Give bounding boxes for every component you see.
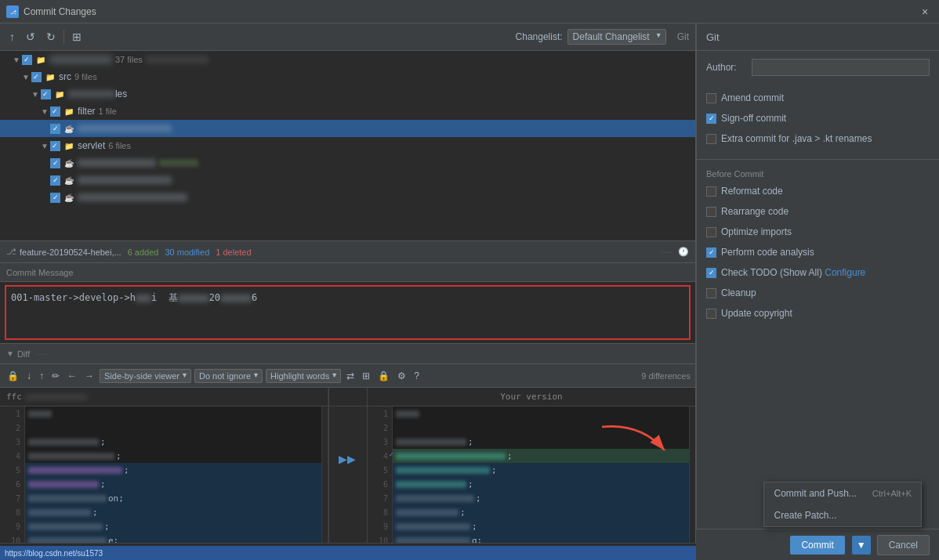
commit-msg-title: Commit Message [6,268,74,277]
code-line-1 [25,406,321,421]
diff-header: ▼ Diff ···· [0,344,695,364]
tree-label-blurred [78,125,172,132]
author-field: Author: [706,57,930,78]
file-checkbox[interactable]: ✓ [50,107,60,117]
author-input[interactable] [752,59,930,76]
navigate-back-btn[interactable]: ↑ [6,29,18,45]
file-checkbox[interactable]: ✓ [50,193,60,203]
create-patch-item[interactable]: Create Patch... [764,504,921,526]
diff-gear-btn[interactable]: ⚙ [395,369,408,383]
changelist-dropdown[interactable]: Default Changelist ▼ [567,29,666,45]
file-checkbox[interactable]: ✓ [41,89,51,99]
tree-item-sub1[interactable]: ▼ ✓ 📁 les [0,85,695,103]
viewer-dropdown[interactable]: Side-by-side viewer ▼ [100,369,191,383]
tree-label-blurred [78,193,187,201]
left-code-area: ; ; ; [25,406,321,560]
commit-message-area[interactable]: 001-master->develop->hi 基206 [5,285,691,340]
refresh-btn[interactable]: ↻ [43,29,59,45]
diff-collapse-arrow[interactable]: ▼ [6,349,14,358]
java-file-icon: ☕ [63,175,74,186]
signoff-commit-item[interactable]: ✓ Sign-off commit [706,109,930,128]
tree-item-java-2[interactable]: ✓ ☕ [0,172,695,189]
highlight-label: Highlight words [270,371,329,381]
git-author-section: Author: [697,51,939,87]
diff-toolbar: 🔒 ↓ ↑ ✏ ← → Side-by-side viewer ▼ Do not… [0,364,695,388]
dropdown-arrow: ▼ [331,371,338,379]
analysis-checkbox[interactable]: ✓ [706,247,716,258]
tree-item-java-3[interactable]: ✓ ☕ [0,189,695,206]
dropdown-arrow: ▼ [252,371,259,379]
code-line-6: ; [25,477,321,491]
diff-lock2-btn[interactable]: 🔒 [375,369,392,383]
diff-arrow-4[interactable]: ▶▶ [339,452,356,466]
cleanup-item[interactable]: Cleanup [706,284,930,302]
file-checkbox[interactable]: ✓ [50,175,60,186]
divider-1 [697,159,939,160]
diff-down-btn[interactable]: ↓ [24,369,34,383]
main-toolbar: ↑ ↺ ↻ ⊞ Changelist: Default Changelist ▼… [0,23,695,51]
file-checkbox[interactable]: ✓ [50,124,60,134]
diff-edit-btn[interactable]: ✏ [49,369,62,383]
cleanup-checkbox[interactable] [706,288,716,298]
file-checkbox[interactable]: ✓ [22,55,32,65]
clock-icon: 🕐 [678,247,689,257]
commit-dropdown-button[interactable]: ▼ [852,536,871,555]
update-copyright-item[interactable]: Update copyright [706,304,930,323]
diff-up-btn[interactable]: ↑ [37,369,46,383]
tree-item-src[interactable]: ▼ ✓ 📁 src 9 files [0,68,695,85]
diff-view: ffc 1 2 3 4 5 6 7 8 9 10 [0,388,695,560]
expand-arrow: ▼ [22,73,30,81]
signoff-commit-checkbox[interactable]: ✓ [706,114,716,124]
diff-prev-btn[interactable]: ← [65,369,79,383]
extra-commit-label: Extra commit for .java > .kt renames [721,133,872,144]
todo-checkbox[interactable]: ✓ [706,268,716,278]
code-analysis-item[interactable]: ✓ Perform code analysis [706,243,930,262]
undo-btn[interactable]: ↺ [23,29,38,45]
tree-item-servlet[interactable]: ▼ ✓ 📁 servlet 6 files [0,137,695,154]
reformat-code-item[interactable]: Reformat code [706,182,930,201]
tree-count: 6 files [108,141,131,150]
reformat-label: Reformat code [721,186,783,197]
group-btn[interactable]: ⊞ [69,29,85,45]
rearrange-checkbox[interactable] [706,207,716,217]
highlight-dropdown[interactable]: Highlight words ▼ [266,369,341,383]
diff-help-btn[interactable]: ? [411,369,422,383]
expand-arrow: ▼ [41,107,49,116]
file-checkbox[interactable]: ✓ [50,141,60,151]
diff-sync-btn[interactable]: ⇄ [344,369,357,383]
left-scrollbar[interactable] [321,406,328,560]
commit-button[interactable]: Commit [790,536,844,555]
file-checkbox[interactable]: ✓ [50,158,60,168]
diff-title: Diff [17,349,30,359]
ignore-dropdown[interactable]: Do not ignore ▼ [194,369,263,383]
reformat-checkbox[interactable] [706,186,716,197]
folder-icon: 📁 [63,106,74,117]
check-todo-item[interactable]: ✓ Check TODO (Show All) Configure [706,263,930,282]
extra-commit-item[interactable]: Extra commit for .java > .kt renames [706,129,930,148]
tree-item-op[interactable]: ▼ ✓ 📁 37 files [0,51,695,68]
commit-message-section: Commit Message 001-master->develop->hi 基… [0,262,695,343]
status-bar: ⎇ feature-20190524-hebei,... 6 added 30 … [0,240,695,262]
right-scrollbar[interactable] [689,406,695,560]
optimize-checkbox[interactable] [706,227,716,237]
tree-item-java-filter[interactable]: ✓ ☕ [0,120,695,137]
tree-item-java-1[interactable]: ✓ ☕ [0,154,695,172]
amend-commit-item[interactable]: Amend commit [706,89,930,107]
amend-commit-checkbox[interactable] [706,93,716,103]
diff-next-btn[interactable]: → [82,369,96,383]
cancel-button[interactable]: Cancel [877,535,930,555]
tree-label-suffix: les [115,89,127,99]
optimize-imports-item[interactable]: Optimize imports [706,222,930,241]
diff-cols-btn[interactable]: ⊞ [360,369,372,383]
commit-and-push-item[interactable]: Commit and Push... Ctrl+Alt+K [764,482,921,504]
rearrange-code-item[interactable]: Rearrange code [706,202,930,221]
folder-icon: 📁 [63,140,74,151]
diff-lock-btn[interactable]: 🔒 [5,369,21,383]
copyright-checkbox[interactable] [706,309,716,319]
optimize-label: Optimize imports [721,226,792,237]
file-checkbox[interactable]: ✓ [31,72,42,82]
configure-link[interactable]: Configure [825,267,865,278]
close-button[interactable]: × [917,5,933,18]
tree-item-filter[interactable]: ▼ ✓ 📁 filter 1 file [0,103,695,120]
extra-commit-checkbox[interactable] [706,134,716,144]
